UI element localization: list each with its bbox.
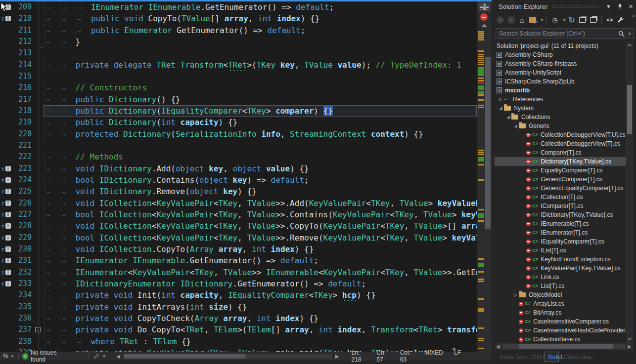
line-number[interactable]: 232 xyxy=(13,267,34,278)
status-col[interactable]: Col: 63 xyxy=(400,349,413,363)
glyph-margin[interactable] xyxy=(0,25,13,36)
tree-item[interactable]: C#CaseInsensitiveHashCodeProvider.cs xyxy=(495,326,626,335)
tree-item[interactable]: ◢System xyxy=(495,104,626,113)
tree-item[interactable]: #mscorlib xyxy=(495,86,626,95)
expander-open-icon[interactable]: ◢ xyxy=(512,121,519,130)
code-line-text[interactable]: →→→public Enumerator GetEnumerator() => … xyxy=(44,25,477,36)
expander-open-icon[interactable]: ◢ xyxy=(498,104,504,113)
implements-glyph-icon[interactable]: ↑I xyxy=(0,267,13,278)
code-line[interactable]: 235→→private void InitArrays(int size) {… xyxy=(0,301,477,313)
tree-hscroll-thumb[interactable] xyxy=(519,344,613,349)
current-code-line-text[interactable]: →→public Dictionary(IEqualityComparer<TK… xyxy=(44,105,477,117)
line-number[interactable]: 216 xyxy=(13,82,34,93)
code-line-text[interactable]: →→private delegate TRet Transform<TRet>(… xyxy=(44,59,477,71)
glyph-margin[interactable] xyxy=(0,140,13,151)
code-line[interactable]: 213 xyxy=(0,47,477,59)
line-number[interactable]: 236 xyxy=(13,313,34,324)
code-line-text[interactable]: →→void IDictionary.Remove(object key) {} xyxy=(44,186,477,197)
back-icon[interactable]: ‹ xyxy=(495,15,505,25)
tree-item[interactable]: ▷ObjectModel xyxy=(495,290,626,299)
tree-item[interactable]: C#IEnumerable[T].cs xyxy=(495,219,626,228)
tree-vscrollbar[interactable] xyxy=(626,41,633,343)
tree-item[interactable]: C#CollectionBase.cs xyxy=(495,335,626,343)
pen-caret-icon[interactable]: ▼ xyxy=(102,354,106,359)
line-number[interactable]: 219 xyxy=(13,117,34,128)
tree-item[interactable]: C#Dictionary[TKey,TValue].cs xyxy=(495,157,626,166)
code-line[interactable]: 217→→public Dictionary() {} xyxy=(0,94,477,105)
tree-hscroll-track[interactable] xyxy=(502,344,626,349)
code-line-text[interactable]: →→private void CopyToCheck(Array array, … xyxy=(44,313,477,324)
code-line-text[interactable]: →→void ICollection<KeyValuePair<TKey, TV… xyxy=(44,198,477,209)
tree-item[interactable]: Solution 'project-gui' (11 of 11 project… xyxy=(495,41,626,50)
line-number[interactable]: 227 xyxy=(13,209,34,220)
code-line[interactable]: ↑I233→→IDictionaryEnumerator IDictionary… xyxy=(0,278,477,289)
split-editor-grip-icon[interactable] xyxy=(478,2,491,11)
window-position-caret-icon[interactable]: ▼ xyxy=(606,3,611,9)
implements-glyph-icon[interactable]: ↑I xyxy=(0,186,13,197)
fold-collapse-icon[interactable]: – xyxy=(35,327,41,332)
glyph-margin[interactable] xyxy=(0,313,13,324)
tree-scroll-down-arrow[interactable] xyxy=(628,338,632,341)
search-caret-icon[interactable]: ▼ xyxy=(628,32,632,36)
code-line[interactable]: ↑I223→→void IDictionary.Add(object key, … xyxy=(0,163,477,174)
line-number[interactable]: 233 xyxy=(13,278,34,289)
code-line-text[interactable] xyxy=(44,47,477,59)
tool-window-tab-solut[interactable]: Solut... xyxy=(545,352,559,362)
code-line-text[interactable]: →→bool ICollection<KeyValuePair<TKey, TV… xyxy=(44,232,477,243)
implements-glyph-icon[interactable]: ↑I xyxy=(0,278,13,289)
line-number[interactable]: 237 xyxy=(13,324,34,335)
zoom-caret-icon[interactable]: ▼ xyxy=(10,354,14,359)
code-line[interactable]: 222→→// Methods xyxy=(0,151,477,162)
zoom-control[interactable]: % xyxy=(3,353,8,360)
code-line-text[interactable]: →→void IDictionary.Add(object key, objec… xyxy=(44,163,477,174)
code-line-text[interactable]: →→bool ICollection<KeyValuePair<TKey, TV… xyxy=(44,209,477,220)
tree-item[interactable]: C#GenericEqualityComparer[T].cs xyxy=(495,184,626,193)
line-number[interactable]: 212 xyxy=(13,36,34,47)
glyph-margin[interactable] xyxy=(0,336,13,347)
line-number[interactable]: 217 xyxy=(13,94,34,105)
code-line[interactable]: ↑I224→→bool IDictionary.Contains(object … xyxy=(0,174,477,186)
tree-item[interactable]: C#IComparer[T].cs xyxy=(495,202,626,210)
tree-hscroll-left-arrow[interactable]: ◀ xyxy=(495,344,501,349)
code-line-text[interactable]: →→→IEnumerator IEnumerable.GetEnumerator… xyxy=(44,1,477,13)
code-line[interactable]: 214→→private delegate TRet Transform<TRe… xyxy=(0,59,477,71)
code-line[interactable]: ↑I228→→void ICollection<KeyValuePair<TKe… xyxy=(0,220,477,232)
implements-glyph-icon[interactable]: ↑I xyxy=(0,220,13,232)
code-line-text[interactable]: →→private void Do_CopyTo<TRet, TElem>(TE… xyxy=(44,324,477,335)
line-number[interactable]: 221 xyxy=(13,140,34,151)
expander-open-icon[interactable]: ◢ xyxy=(505,113,511,121)
implements-glyph-icon[interactable]: ↑I xyxy=(0,13,13,24)
glyph-margin[interactable] xyxy=(0,324,13,335)
tree-item[interactable]: #Assembly-CSharp-firstpass xyxy=(495,59,626,68)
implements-glyph-icon[interactable]: ↑I xyxy=(0,163,13,174)
tree-item[interactable]: C#GenericComparer[T].cs xyxy=(495,175,626,184)
history-filter-caret-icon[interactable]: ▼ xyxy=(562,18,566,22)
expander-closed-icon[interactable]: ▷ xyxy=(512,290,519,299)
tree-item[interactable]: C#IList[T].cs xyxy=(495,246,626,255)
line-number[interactable]: 228 xyxy=(13,220,34,232)
code-line[interactable]: 221 xyxy=(0,140,477,151)
search-icon[interactable] xyxy=(618,31,625,37)
code-line[interactable]: 216→→// Constructors xyxy=(0,82,477,93)
tool-window-tab-class[interactable]: Class... xyxy=(561,352,575,362)
status-line[interactable]: Ln: 218 xyxy=(352,349,366,363)
code-line[interactable]: ↑I230→→void ICollection.CopyTo(Array arr… xyxy=(0,243,477,255)
tool-window-tab-tea[interactable]: Tea... xyxy=(577,352,591,362)
glyph-margin[interactable] xyxy=(0,59,13,71)
hscroll-thumb[interactable] xyxy=(124,354,245,359)
sync-refresh-icon[interactable]: ↻ xyxy=(567,15,577,25)
line-number[interactable]: 229 xyxy=(13,232,34,243)
status-eol[interactable]: LF xyxy=(454,349,461,363)
editor-scrollbar-strip[interactable] xyxy=(477,1,492,352)
switch-views-icon[interactable] xyxy=(528,15,538,25)
scroll-up-arrow[interactable] xyxy=(481,24,487,27)
code-line-text[interactable]: →→IEnumerator IEnumerable.GetEnumerator(… xyxy=(44,255,477,266)
code-line[interactable]: 236→→private void CopyToCheck(Array arra… xyxy=(0,313,477,324)
code-line[interactable]: ↑I209→→→IEnumerator IEnumerable.GetEnume… xyxy=(0,1,477,13)
code-line[interactable]: 219→→public Dictionary(int capacity) {} xyxy=(0,117,477,128)
implements-glyph-icon[interactable]: ↑I xyxy=(0,198,13,209)
line-number[interactable]: 209 xyxy=(13,1,34,13)
implements-glyph-icon[interactable]: ↑I xyxy=(0,255,13,266)
code-line-text[interactable]: →→// Methods xyxy=(44,151,477,162)
code-line-text[interactable] xyxy=(44,71,477,82)
